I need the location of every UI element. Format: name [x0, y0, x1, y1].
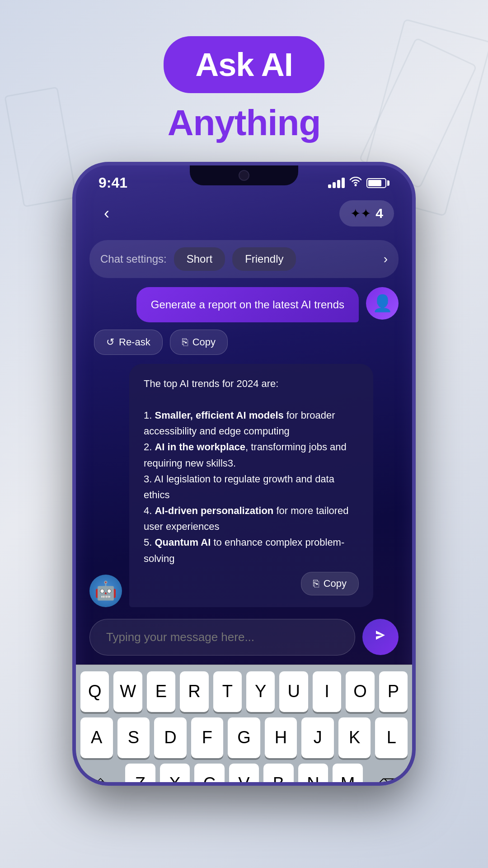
key-d[interactable]: D [154, 717, 187, 758]
front-camera [239, 170, 249, 181]
user-avatar-icon: 👤 [372, 294, 393, 313]
wifi-icon [349, 177, 362, 189]
send-button[interactable] [362, 619, 399, 655]
key-l[interactable]: L [375, 717, 408, 758]
signal-icon [328, 178, 345, 188]
action-buttons: ↺ Re-ask ⎘ Copy [89, 330, 399, 355]
chat-settings-label: Chat settings: [100, 253, 167, 265]
key-f[interactable]: F [191, 717, 224, 758]
credits-count: 4 [375, 206, 383, 221]
key-r[interactable]: R [180, 671, 208, 712]
keyboard-row-3: ⇧ Z X C V B N M ⌫ [80, 764, 408, 786]
anything-title: Anything [168, 102, 321, 144]
back-chevron-icon: ‹ [104, 204, 109, 223]
reask-label: Re-ask [119, 336, 150, 348]
chat-settings-arrow-icon[interactable]: › [384, 252, 388, 266]
message-input[interactable] [89, 619, 355, 656]
ai-item-2: 2. AI in the workplace, transforming job… [144, 441, 347, 468]
user-message-text: Generate a report on the latest AI trend… [151, 298, 344, 311]
ai-message-text: The top AI trends for 2024 are: 1. Small… [144, 376, 359, 566]
reask-icon: ↺ [106, 336, 114, 348]
copy-message-icon: ⎘ [182, 336, 188, 348]
sparkle-icon: ✦✦ [350, 206, 371, 221]
battery-icon [366, 178, 389, 188]
shift-key[interactable]: ⇧ [80, 764, 121, 786]
key-x[interactable]: X [160, 764, 190, 786]
key-p[interactable]: P [379, 671, 408, 712]
app-header: Ask AI Anything [164, 36, 324, 144]
user-message-bubble: Generate a report on the latest AI trend… [136, 287, 359, 322]
delete-key[interactable]: ⌫ [367, 764, 408, 786]
key-m[interactable]: M [333, 764, 363, 786]
copy-response-icon: ⎘ [313, 578, 319, 590]
key-o[interactable]: O [346, 671, 374, 712]
keyboard: Q W E R T Y U I O P A S D F G H J K L ⇧ … [76, 665, 412, 786]
key-i[interactable]: I [313, 671, 341, 712]
user-message-row: Generate a report on the latest AI trend… [89, 287, 399, 322]
key-b[interactable]: B [263, 764, 294, 786]
copy-response-label: Copy [324, 578, 347, 590]
back-button[interactable]: ‹ [94, 201, 119, 226]
key-s[interactable]: S [117, 717, 150, 758]
chat-area: Generate a report on the latest AI trend… [76, 287, 412, 614]
ask-ai-badge: Ask AI [164, 36, 324, 93]
key-e[interactable]: E [147, 671, 175, 712]
ask-ai-title: Ask AI [195, 47, 292, 83]
key-u[interactable]: U [279, 671, 308, 712]
bg-shape-3 [4, 86, 77, 207]
ai-item-3: 3. AI legislation to regulate growth and… [144, 473, 334, 500]
input-area [89, 619, 399, 656]
key-g[interactable]: G [228, 717, 260, 758]
key-a[interactable]: A [80, 717, 113, 758]
copy-response-button[interactable]: ⎘ Copy [301, 572, 359, 595]
ai-item-4: 4. AI-driven personalization for more ta… [144, 505, 349, 532]
notch [190, 165, 298, 185]
status-icons [328, 177, 389, 189]
copy-message-label: Copy [192, 336, 216, 348]
key-z[interactable]: Z [125, 764, 155, 786]
ai-avatar: 🤖 [89, 575, 122, 607]
reask-button[interactable]: ↺ Re-ask [94, 330, 163, 355]
key-c[interactable]: C [194, 764, 225, 786]
keyboard-row-1: Q W E R T Y U I O P [80, 671, 408, 712]
ai-message-row: 🤖 The top AI trends for 2024 are: 1. Sma… [89, 364, 399, 607]
key-q[interactable]: Q [80, 671, 109, 712]
key-k[interactable]: K [338, 717, 371, 758]
ai-avatar-icon: 🤖 [94, 580, 117, 601]
top-nav: ‹ ✦✦ 4 [76, 196, 412, 236]
key-n[interactable]: N [298, 764, 328, 786]
chat-settings-bar[interactable]: Chat settings: Short Friendly › [89, 240, 399, 278]
send-icon [372, 627, 389, 647]
status-time: 9:41 [99, 175, 127, 191]
credits-badge[interactable]: ✦✦ 4 [339, 200, 394, 226]
ai-item-5: 5. Quantum AI to enhance complex problem… [144, 537, 344, 564]
copy-message-button[interactable]: ⎘ Copy [170, 330, 228, 355]
user-avatar: 👤 [366, 287, 399, 320]
ai-intro: The top AI trends for 2024 are: [144, 378, 278, 389]
ai-item-1: 1. Smaller, efficient AI models for broa… [144, 410, 335, 437]
keyboard-row-2: A S D F G H J K L [80, 717, 408, 758]
key-y[interactable]: Y [246, 671, 275, 712]
key-v[interactable]: V [229, 764, 259, 786]
chat-settings-friendly-chip[interactable]: Friendly [232, 247, 296, 271]
key-h[interactable]: H [265, 717, 297, 758]
chat-settings-short-chip[interactable]: Short [174, 247, 225, 271]
key-w[interactable]: W [113, 671, 142, 712]
ai-message-bubble: The top AI trends for 2024 are: 1. Small… [129, 364, 373, 607]
key-t[interactable]: T [213, 671, 242, 712]
phone-frame: 9:41 [72, 162, 416, 786]
key-j[interactable]: J [301, 717, 334, 758]
copy-response-row: ⎘ Copy [144, 572, 359, 595]
